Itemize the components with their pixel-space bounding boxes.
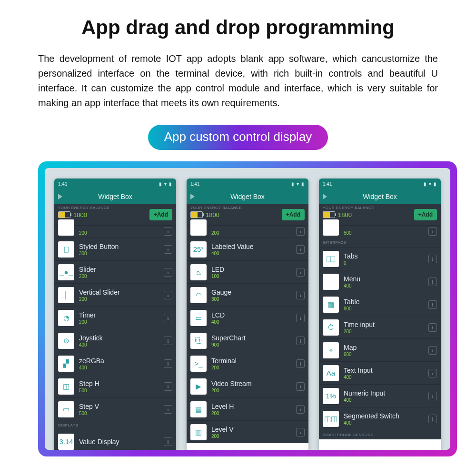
- widget-title: Labeled Value: [211, 243, 296, 250]
- status-bar: 1:41▮ ▾ ▮: [54, 178, 176, 189]
- info-icon[interactable]: i: [164, 437, 172, 446]
- widget-thumb: [190, 219, 207, 236]
- add-button[interactable]: +Add: [149, 209, 172, 220]
- widget-row[interactable]: ⎕Styled Button300i: [54, 238, 176, 260]
- phone-screen: 1:41▮ ▾ ▮Widget BoxYOUR ENERGY BALANCE18…: [319, 178, 441, 450]
- info-icon[interactable]: i: [164, 405, 172, 414]
- status-time: 1:41: [190, 181, 199, 187]
- widget-cost: 400: [344, 397, 428, 403]
- info-icon[interactable]: i: [296, 268, 305, 277]
- info-icon[interactable]: i: [428, 255, 437, 263]
- gradient-frame: 1:41▮ ▾ ▮Widget BoxYOUR ENERGY BALANCE18…: [38, 161, 457, 456]
- widget-row[interactable]: ▤Level H200i: [187, 397, 308, 420]
- widget-title: Text Input: [344, 367, 428, 374]
- widget-row[interactable]: ▞zeRGBa400i: [54, 352, 176, 375]
- info-icon[interactable]: i: [296, 382, 305, 391]
- widget-cost: 200: [211, 365, 296, 370]
- widget-glyph-icon: ⎕⎕: [327, 255, 335, 263]
- widget-row[interactable]: >_Terminal200i: [187, 352, 308, 375]
- widget-thumb: ⿻: [190, 333, 207, 349]
- widget-row[interactable]: ⌖Map600i: [319, 338, 441, 361]
- widget-row[interactable]: ◔Timer200i: [54, 306, 176, 329]
- energy-section-label: YOUR ENERGY BALANCE: [58, 206, 109, 210]
- widget-row[interactable]: ≣Menu400i: [319, 270, 441, 293]
- energy-section-label: YOUR ENERGY BALANCE: [323, 206, 374, 210]
- widget-row[interactable]: AaText Input400i: [319, 361, 441, 384]
- widget-row-partial[interactable]: 500i: [319, 225, 441, 238]
- info-icon[interactable]: i: [164, 245, 172, 254]
- widget-title: Value Display: [79, 438, 164, 446]
- info-icon[interactable]: i: [164, 268, 172, 277]
- widget-glyph-icon: │: [64, 291, 68, 299]
- widget-thumb: ◫◫: [323, 411, 339, 427]
- widget-title: Terminal: [211, 357, 296, 365]
- widget-row[interactable]: ▭Step V500i: [54, 397, 176, 420]
- info-icon[interactable]: i: [296, 337, 305, 345]
- battery-icon: [323, 211, 335, 218]
- info-icon[interactable]: i: [296, 405, 305, 414]
- status-bar: 1:41▮ ▾ ▮: [187, 178, 308, 189]
- info-icon[interactable]: i: [164, 359, 172, 368]
- info-icon[interactable]: i: [164, 314, 172, 322]
- add-button[interactable]: +Add: [282, 209, 305, 220]
- widget-row[interactable]: ▶Video Stream200i: [187, 375, 308, 397]
- widget-thumb: [58, 219, 74, 236]
- widget-row[interactable]: ◫Step H500i: [54, 375, 176, 397]
- widget-row[interactable]: ⎕⎕Tabs0i: [319, 247, 441, 270]
- phone-screen: 1:41▮ ▾ ▮Widget BoxYOUR ENERGY BALANCE18…: [187, 178, 308, 450]
- info-icon[interactable]: i: [296, 291, 305, 299]
- info-icon[interactable]: i: [428, 227, 437, 236]
- info-icon[interactable]: i: [164, 382, 172, 391]
- widget-row[interactable]: 1%Numeric Input400i: [319, 384, 441, 407]
- widget-row[interactable]: 25°Labeled Value400i: [187, 238, 308, 260]
- widget-thumb: ◠: [190, 287, 207, 303]
- widget-row[interactable]: ⊙Joystick400i: [54, 329, 176, 352]
- widget-thumb: ⎕⎕: [323, 251, 339, 267]
- widget-thumb: ⎯●⎯: [58, 264, 74, 280]
- info-icon[interactable]: i: [428, 369, 437, 377]
- info-icon[interactable]: i: [164, 227, 172, 236]
- add-button[interactable]: +Add: [414, 209, 437, 220]
- widget-row[interactable]: │Vertical Slider200i: [54, 283, 176, 306]
- info-icon[interactable]: i: [428, 392, 437, 400]
- widget-thumb: 25°: [190, 241, 207, 258]
- info-icon[interactable]: i: [428, 278, 437, 286]
- info-icon[interactable]: i: [296, 359, 305, 368]
- widget-cost: 200: [211, 411, 296, 416]
- widget-title: Numeric Input: [344, 389, 428, 397]
- widget-title: Joystick: [79, 334, 164, 342]
- widget-row[interactable]: 3.14Value Displayi: [54, 430, 176, 450]
- widget-row-partial[interactable]: 200i: [54, 225, 176, 238]
- widget-row[interactable]: ▭LCD400i: [187, 306, 308, 329]
- widget-row[interactable]: ▦Table800i: [319, 293, 441, 316]
- info-icon[interactable]: i: [296, 245, 305, 254]
- app-bar: Widget Box: [187, 189, 308, 204]
- widget-cost: 600: [344, 352, 428, 357]
- widget-row[interactable]: ⎯●⎯Slider200i: [54, 260, 176, 283]
- widget-row[interactable]: ◠Gauge300i: [187, 283, 308, 306]
- widget-row[interactable]: ◫◫Segmented Switch400i: [319, 407, 441, 430]
- info-icon[interactable]: i: [296, 428, 305, 436]
- widget-title: Level H: [211, 403, 296, 410]
- widget-thumb: ▭: [190, 310, 207, 326]
- info-icon[interactable]: i: [296, 314, 305, 322]
- widget-title: LCD: [211, 311, 296, 319]
- widget-row[interactable]: ⏱Time input200i: [319, 316, 441, 338]
- widget-row-partial[interactable]: 200i: [187, 225, 308, 238]
- widget-cost: 400: [211, 251, 296, 256]
- widget-title: Slider: [79, 266, 164, 273]
- info-icon[interactable]: i: [296, 227, 305, 236]
- info-icon[interactable]: i: [428, 300, 437, 309]
- info-icon[interactable]: i: [164, 337, 172, 345]
- widget-row[interactable]: ▥Level V200i: [187, 420, 308, 443]
- widget-row[interactable]: ⏢LED100i: [187, 260, 308, 283]
- info-icon[interactable]: i: [428, 415, 437, 423]
- widget-glyph-icon: ▤: [195, 405, 202, 414]
- info-icon[interactable]: i: [428, 323, 437, 332]
- widget-title: Vertical Slider: [79, 288, 164, 296]
- widget-row[interactable]: ⿻SuperChart900i: [187, 329, 308, 352]
- widget-cost: 300: [79, 251, 164, 256]
- info-icon[interactable]: i: [164, 291, 172, 299]
- widget-glyph-icon: ◠: [196, 291, 202, 299]
- info-icon[interactable]: i: [428, 346, 437, 355]
